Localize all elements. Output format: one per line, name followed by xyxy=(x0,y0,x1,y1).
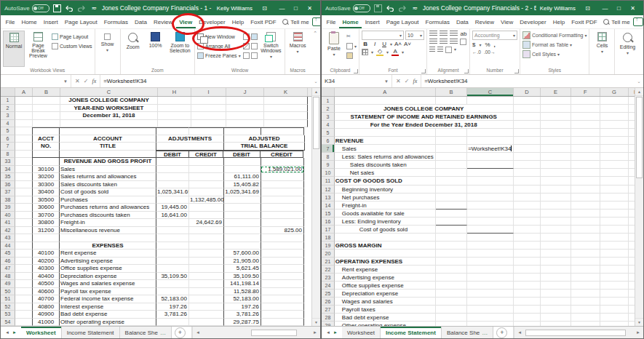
cell[interactable] xyxy=(156,258,189,266)
cell[interactable] xyxy=(15,151,33,159)
cell[interactable] xyxy=(226,105,264,113)
cell[interactable] xyxy=(600,290,629,298)
font-color-button[interactable]: A xyxy=(391,48,399,56)
cell[interactable]: DEBIT xyxy=(156,151,189,159)
cell[interactable] xyxy=(261,273,304,281)
cell[interactable] xyxy=(261,196,304,204)
cell[interactable] xyxy=(189,242,224,250)
cell[interactable]: Purchases xyxy=(59,196,156,204)
cell[interactable] xyxy=(189,227,224,235)
borders-icon[interactable] xyxy=(362,49,368,55)
cell[interactable] xyxy=(467,322,513,326)
cell[interactable] xyxy=(600,202,629,210)
cell[interactable] xyxy=(571,234,600,242)
page-break-preview-button[interactable]: Page Break Preview xyxy=(27,31,49,67)
increase-decimal-icon[interactable]: ←.0 xyxy=(472,49,481,55)
cell[interactable] xyxy=(436,194,468,202)
cell[interactable] xyxy=(571,129,600,137)
cell[interactable] xyxy=(541,314,571,322)
decrease-font-icon[interactable]: A˅ xyxy=(404,41,411,47)
cell[interactable] xyxy=(600,97,629,105)
cell[interactable] xyxy=(541,177,571,185)
cell[interactable] xyxy=(541,242,571,250)
cell[interactable] xyxy=(514,145,541,153)
cell[interactable] xyxy=(15,250,33,258)
cell[interactable] xyxy=(467,194,513,202)
cell[interactable] xyxy=(156,173,189,181)
column-header-A[interactable]: A xyxy=(15,88,33,96)
cell[interactable] xyxy=(223,166,261,174)
vertical-scrollbar[interactable]: ▲ ▼ xyxy=(311,88,320,326)
cell[interactable]: 24,642.69 xyxy=(189,219,224,227)
cell[interactable] xyxy=(15,265,33,273)
cell[interactable] xyxy=(514,202,541,210)
row-header-52[interactable]: 52 xyxy=(1,303,15,311)
cell[interactable]: STATEMENT OF INCOME AND RETAINED EARNING… xyxy=(335,113,514,121)
cell[interactable] xyxy=(189,250,224,258)
bold-button[interactable]: B xyxy=(362,41,369,47)
cell[interactable] xyxy=(191,112,226,120)
cell[interactable] xyxy=(600,177,629,185)
scroll-down-icon[interactable]: ▼ xyxy=(312,318,320,326)
italic-button[interactable]: I xyxy=(371,41,378,47)
cell[interactable] xyxy=(436,258,468,266)
cell[interactable] xyxy=(514,226,541,234)
cell[interactable] xyxy=(436,282,468,290)
align-middle-icon[interactable] xyxy=(440,31,448,37)
custom-views-button[interactable]: Custom Views xyxy=(52,41,92,50)
cell[interactable] xyxy=(541,186,571,194)
cell[interactable] xyxy=(514,242,541,250)
cell[interactable] xyxy=(600,137,629,145)
cell[interactable] xyxy=(261,181,304,189)
comma-style-button[interactable]: , xyxy=(494,41,496,48)
sheet-tab-Worksheet[interactable]: Worksheet xyxy=(21,327,62,338)
cell[interactable] xyxy=(467,314,513,322)
cell[interactable]: 40300 xyxy=(32,265,60,273)
cell[interactable] xyxy=(261,303,304,311)
formula-input[interactable]: =Worksheet!K34 xyxy=(100,75,311,87)
row-header-23[interactable]: 23 xyxy=(322,274,335,282)
cell[interactable]: 30200 xyxy=(32,173,60,181)
cell[interactable] xyxy=(541,258,571,266)
cell[interactable] xyxy=(261,295,304,303)
cell[interactable] xyxy=(156,250,189,258)
cell[interactable]: 1,025,341.69 xyxy=(223,188,261,196)
menu-tab-Home[interactable]: Home xyxy=(339,15,362,28)
cell[interactable] xyxy=(158,112,191,120)
row-header-26[interactable]: 26 xyxy=(322,298,335,306)
cell[interactable]: Federal income tax expense xyxy=(59,295,156,303)
row-header-11[interactable]: 11 xyxy=(322,177,335,185)
collapse-ribbon-button[interactable]: ⌃ xyxy=(310,29,320,74)
cell[interactable] xyxy=(15,303,33,311)
cell[interactable] xyxy=(541,306,571,314)
cell[interactable] xyxy=(261,158,304,166)
column-header-C[interactable]: C xyxy=(467,88,513,96)
cell[interactable] xyxy=(436,153,468,161)
cell[interactable] xyxy=(189,173,224,181)
sheet-tab-Balance-She[interactable]: Balance She… xyxy=(442,327,493,338)
cell[interactable]: Freight-in xyxy=(335,202,436,210)
row-header-45[interactable]: 45 xyxy=(1,250,15,258)
cell[interactable] xyxy=(514,153,541,161)
cell[interactable] xyxy=(335,250,436,258)
cell[interactable]: 30600 xyxy=(32,204,60,212)
zoom-button[interactable]: Zoom xyxy=(123,31,143,67)
cell[interactable] xyxy=(264,112,308,120)
cell[interactable] xyxy=(15,234,33,242)
align-center-icon[interactable] xyxy=(440,39,448,45)
cell[interactable] xyxy=(264,105,308,113)
cell[interactable]: COST OF GOODS SOLD xyxy=(335,177,436,185)
cell[interactable]: ACCOUNT xyxy=(59,135,156,143)
expand-formula-bar-icon[interactable]: ⌄ xyxy=(311,75,320,87)
cell[interactable] xyxy=(514,322,541,326)
cell[interactable] xyxy=(189,280,224,288)
cell[interactable]: CREDIT xyxy=(260,151,303,159)
undo-button[interactable] xyxy=(65,4,73,12)
cell[interactable] xyxy=(436,129,468,137)
format-as-table-button[interactable]: Format as Table▾ xyxy=(522,40,587,49)
cell[interactable] xyxy=(189,303,224,311)
cell[interactable] xyxy=(600,266,629,274)
row-header-7[interactable]: 7 xyxy=(1,143,15,151)
cell[interactable]: 30300 xyxy=(32,181,60,189)
row-header-3[interactable]: 3 xyxy=(322,113,335,121)
